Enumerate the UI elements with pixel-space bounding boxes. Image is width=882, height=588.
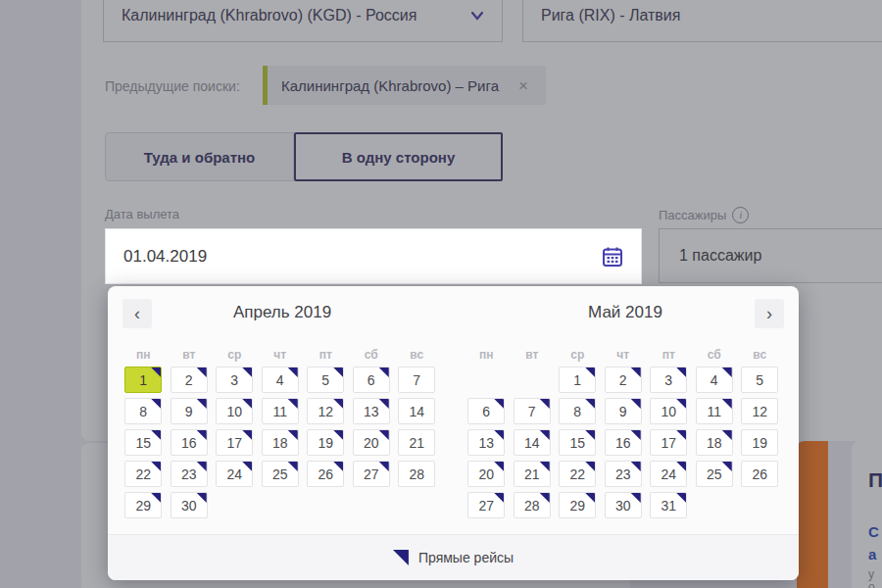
calendar-day[interactable]: 26	[307, 461, 344, 487]
calendar-day[interactable]: 3	[650, 367, 687, 393]
calendar-day[interactable]: 10	[216, 398, 253, 424]
calendar-day[interactable]: 17	[216, 429, 253, 456]
calendar-day[interactable]: 3	[216, 367, 253, 393]
calendar-day[interactable]: 5	[307, 367, 344, 393]
weekday-label: пт	[319, 348, 332, 362]
calendar-day[interactable]: 28	[514, 492, 551, 518]
calendar-day[interactable]: 24	[216, 461, 253, 487]
calendar-day[interactable]: 10	[650, 398, 687, 424]
date-picker-popup: ‹ › Апрель 2019 Май 2019 пнвтсрчтптсбвс1…	[108, 286, 799, 580]
direct-flight-triangle-icon	[379, 368, 389, 377]
weekday-label: сб	[708, 348, 721, 362]
departure-date-field[interactable]	[105, 228, 642, 284]
direct-flight-triangle-icon	[151, 368, 161, 377]
direct-flight-triangle-icon	[494, 399, 504, 409]
day-number: 22	[569, 466, 585, 482]
calendar-day[interactable]: 1	[559, 367, 596, 393]
direct-flight-triangle-icon	[333, 368, 343, 377]
calendar-day[interactable]: 25	[696, 461, 733, 487]
direct-flight-triangle-icon	[722, 368, 732, 377]
calendar-day[interactable]: 4	[696, 367, 733, 393]
calendar-day[interactable]: 29	[124, 492, 162, 518]
calendar-day[interactable]: 27	[353, 461, 390, 487]
calendar-day[interactable]: 27	[467, 492, 505, 518]
calendar-day[interactable]: 26	[741, 461, 778, 487]
calendar-day[interactable]: 21	[398, 429, 435, 456]
day-number: 9	[185, 404, 193, 419]
calendar-day[interactable]: 22	[124, 461, 162, 487]
calendar-day[interactable]: 6	[353, 367, 390, 393]
day-number: 13	[478, 435, 494, 451]
calendar-day-selected[interactable]: 1	[124, 367, 162, 393]
calendar-day[interactable]: 8	[559, 398, 596, 424]
direct-flight-triangle-icon	[676, 493, 686, 503]
calendar-icon[interactable]	[602, 246, 623, 268]
calendar-day[interactable]: 12	[741, 398, 778, 424]
calendar-day[interactable]: 30	[171, 492, 208, 518]
calendar-day[interactable]: 29	[559, 492, 596, 518]
direct-flight-triangle-icon	[151, 399, 161, 409]
departure-date-input[interactable]	[123, 247, 602, 267]
calendar-day[interactable]: 11	[262, 398, 299, 424]
calendar-day[interactable]: 2	[171, 367, 208, 393]
calendar-day[interactable]: 8	[124, 398, 162, 424]
calendar-day[interactable]: 23	[171, 461, 208, 487]
calendar-day[interactable]: 20	[467, 461, 505, 487]
calendar-day[interactable]: 15	[124, 429, 162, 456]
calendar-day[interactable]: 19	[741, 429, 778, 456]
calendar-day[interactable]: 9	[171, 398, 208, 424]
direct-flight-triangle-icon	[631, 368, 641, 377]
calendar-day[interactable]: 24	[650, 461, 687, 487]
weekday-label: вс	[753, 348, 766, 362]
calendar-day[interactable]: 23	[605, 461, 642, 487]
calendar-day[interactable]: 25	[262, 461, 299, 487]
calendar-day[interactable]: 7	[514, 398, 551, 424]
calendar-day[interactable]: 11	[696, 398, 733, 424]
calendar-day[interactable]: 22	[559, 461, 596, 487]
direct-flight-triangle-icon	[494, 493, 504, 503]
calendar-day[interactable]: 2	[605, 367, 642, 393]
day-number: 23	[181, 466, 197, 482]
direct-flight-triangle-icon	[585, 368, 595, 377]
day-number: 10	[661, 404, 676, 419]
direct-flight-triangle-icon	[585, 493, 595, 503]
calendar-day[interactable]: 30	[605, 492, 642, 518]
calendar-day[interactable]: 5	[741, 367, 778, 393]
calendar-day[interactable]: 16	[605, 429, 642, 456]
calendar-day[interactable]: 17	[650, 429, 687, 456]
calendar-day[interactable]: 20	[353, 429, 390, 456]
direct-flight-triangle-icon	[631, 462, 641, 471]
calendar-day[interactable]: 16	[171, 429, 208, 456]
direct-flight-triangle-icon	[333, 399, 343, 409]
calendar-day[interactable]: 6	[467, 398, 505, 424]
day-number: 1	[573, 372, 581, 388]
direct-flight-triangle-icon	[288, 462, 298, 471]
calendar-day[interactable]: 15	[559, 429, 596, 456]
calendar-day[interactable]: 9	[605, 398, 642, 424]
day-number: 23	[615, 466, 631, 482]
direct-flight-triangle-icon	[676, 368, 686, 377]
day-number: 28	[524, 498, 540, 514]
calendar-day[interactable]: 14	[398, 398, 435, 424]
calendar-day[interactable]: 18	[696, 429, 733, 456]
calendar-day[interactable]: 7	[398, 367, 435, 393]
weekday-label: вт	[525, 348, 538, 362]
calendar-day[interactable]: 31	[650, 492, 687, 518]
day-number: 20	[478, 466, 494, 482]
calendar-day[interactable]: 13	[467, 429, 505, 456]
day-number: 11	[272, 404, 287, 419]
day-number: 17	[661, 435, 676, 451]
calendar-day[interactable]: 14	[514, 429, 551, 456]
calendar-day[interactable]: 13	[353, 398, 390, 424]
calendar-day[interactable]: 18	[262, 429, 299, 456]
direct-flight-triangle-icon	[540, 493, 550, 503]
direct-flight-triangle-icon	[676, 399, 686, 409]
calendar-day[interactable]: 21	[514, 461, 551, 487]
calendar-day[interactable]: 12	[307, 398, 344, 424]
calendar-day[interactable]: 4	[262, 367, 299, 393]
calendar-day[interactable]: 19	[307, 429, 344, 456]
day-number: 9	[619, 404, 627, 419]
day-number: 5	[756, 372, 763, 388]
calendar-day[interactable]: 28	[398, 461, 435, 487]
day-number: 1	[139, 372, 147, 388]
